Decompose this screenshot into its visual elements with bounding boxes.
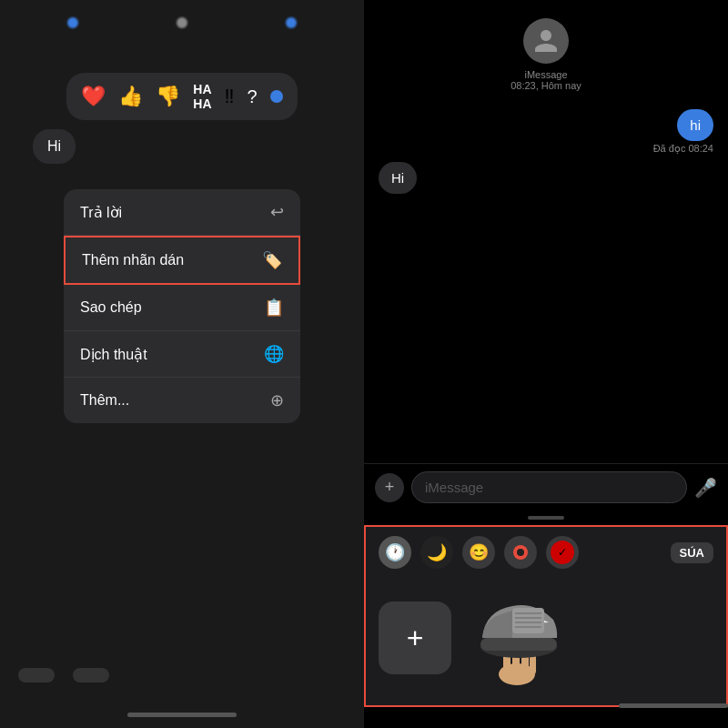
home-indicator-right	[619, 703, 728, 708]
right-panel: iMessage 08:23, Hôm nay hi Đã đọc 08:24 …	[364, 0, 728, 728]
bottom-blobs	[18, 668, 109, 682]
plus-button[interactable]: +	[375, 473, 404, 502]
menu-item-more[interactable]: Thêm... ⊕	[64, 378, 300, 423]
menu-item-reply-label: Trả lời	[80, 204, 122, 221]
status-dot-blue2	[286, 17, 297, 28]
input-bar: + iMessage 🎤	[364, 463, 728, 511]
sticker-tab-moon[interactable]: 🌙	[420, 536, 453, 569]
record-icon	[512, 544, 529, 561]
sticker-add-button[interactable]: +	[379, 602, 451, 674]
left-panel: ❤️ 👍 👎 HAHA ‼️ ? Hi Trả lời ↩ Thêm nhãn …	[0, 0, 364, 728]
menu-item-sticker-label: Thêm nhãn dán	[82, 252, 184, 268]
menu-item-translate-label: Dịch thuật	[80, 346, 147, 363]
reaction-thumbsup[interactable]: 👍	[118, 85, 143, 108]
reply-icon: ↩	[270, 202, 284, 222]
status-dot-gray	[177, 17, 187, 28]
sticker-tab-custom[interactable]: ✓	[546, 536, 579, 569]
sticker-tabs: 🕐 🌙 😊 ✓ SÚA	[375, 536, 717, 569]
translate-icon: 🌐	[264, 344, 284, 364]
received-bubble: Hi	[379, 162, 417, 194]
menu-item-copy-label: Sao chép	[80, 299, 142, 316]
menu-item-reply[interactable]: Trả lời ↩	[64, 189, 300, 236]
more-icon: ⊕	[270, 390, 284, 410]
sticker-icon: 🏷️	[262, 250, 282, 270]
svg-point-1	[517, 549, 524, 556]
time-label: 08:23, Hôm nay	[511, 80, 581, 91]
imessage-label: iMessage	[524, 69, 567, 80]
sticker-tab-smile[interactable]: 😊	[462, 536, 495, 569]
msg-received: Hi	[379, 162, 713, 194]
sent-bubble: hi	[677, 109, 713, 141]
right-top-bar: iMessage 08:23, Hôm nay	[364, 0, 728, 100]
shoe-sticker[interactable]	[462, 583, 571, 693]
home-indicator-left	[127, 713, 237, 717]
sticker-grid: +	[375, 580, 717, 696]
chat-area: hi Đã đọc 08:24 Hi	[364, 100, 728, 463]
menu-item-sticker[interactable]: Thêm nhãn dán 🏷️	[64, 236, 300, 285]
reaction-exclaim[interactable]: ‼️	[225, 85, 235, 108]
sticker-tab-sua[interactable]: SÚA	[671, 542, 713, 563]
msg-sent: hi Đã đọc 08:24	[379, 109, 713, 155]
menu-item-translate[interactable]: Dịch thuật 🌐	[64, 331, 300, 378]
svg-rect-9	[512, 608, 544, 633]
avatar-icon	[532, 27, 560, 55]
reaction-heart[interactable]: ❤️	[81, 85, 106, 108]
status-dot-blue	[67, 17, 78, 28]
reaction-bar: ❤️ 👍 👎 HAHA ‼️ ?	[66, 73, 297, 120]
sticker-panel: 🕐 🌙 😊 ✓ SÚA +	[364, 525, 728, 707]
avatar	[523, 18, 569, 64]
reaction-dot	[270, 90, 283, 103]
shoe-sticker-svg	[462, 588, 571, 688]
hi-bubble-left: Hi	[33, 129, 76, 164]
svg-rect-8	[480, 638, 557, 651]
copy-icon: 📋	[264, 298, 284, 318]
read-receipt: Đã đọc 08:24	[653, 143, 713, 155]
reaction-question[interactable]: ?	[248, 86, 258, 107]
sticker-tab-clock[interactable]: 🕐	[379, 536, 411, 569]
reaction-thumbsdown[interactable]: 👎	[156, 85, 180, 108]
drag-handle	[528, 516, 564, 520]
sticker-tab-record[interactable]	[504, 536, 537, 569]
left-status-bar	[0, 0, 364, 46]
context-menu: Trả lời ↩ Thêm nhãn dán 🏷️ Sao chép 📋 Dị…	[64, 189, 300, 423]
menu-item-more-label: Thêm...	[80, 392, 129, 409]
reaction-haha[interactable]: HAHA	[193, 82, 211, 111]
menu-item-copy[interactable]: Sao chép 📋	[64, 285, 300, 331]
blob-right	[73, 668, 109, 682]
mic-button[interactable]: 🎤	[694, 477, 717, 499]
message-input[interactable]: iMessage	[411, 471, 687, 503]
blob-left	[18, 668, 55, 682]
